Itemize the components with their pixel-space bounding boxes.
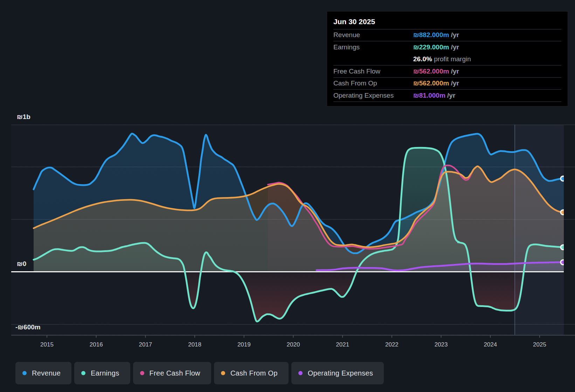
svg-text:2018: 2018 — [188, 341, 201, 348]
svg-text:2022: 2022 — [385, 341, 399, 348]
svg-text:2021: 2021 — [336, 341, 349, 348]
svg-text:2020: 2020 — [287, 341, 300, 348]
svg-text:2019: 2019 — [237, 341, 251, 348]
svg-text:2025: 2025 — [533, 341, 546, 348]
svg-text:2017: 2017 — [139, 341, 152, 348]
svg-text:2023: 2023 — [435, 341, 448, 348]
svg-text:₪0: ₪0 — [17, 260, 26, 267]
svg-text:2024: 2024 — [484, 341, 497, 348]
svg-text:-₪600m: -₪600m — [15, 323, 41, 331]
svg-text:2015: 2015 — [40, 341, 54, 348]
svg-text:₪1b: ₪1b — [17, 113, 30, 120]
svg-text:2016: 2016 — [90, 341, 103, 348]
